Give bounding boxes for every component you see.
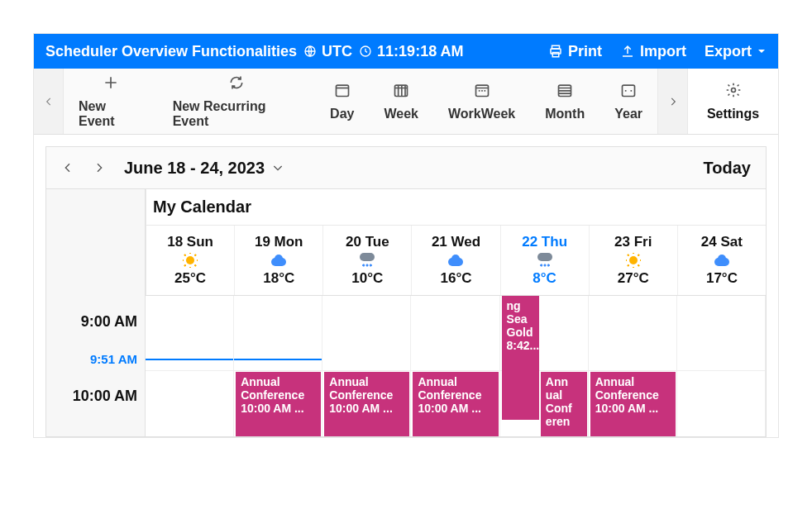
event-annual-conference[interactable]: Annual Conference10:00 AM ...: [413, 372, 498, 436]
toolbar-scroll-right[interactable]: [657, 69, 687, 134]
day-header-label: 19 Mon: [255, 234, 303, 250]
toolbar: New Event New Recurring Event Day Week W…: [34, 69, 778, 135]
date-range-bar: June 18 - 24, 2023 Today: [45, 146, 767, 189]
prev-range-button[interactable]: [61, 161, 74, 174]
day-temperature: 10°C: [351, 270, 383, 287]
calendar-body[interactable]: Annual Conference10:00 AM ...Annual Conf…: [146, 295, 766, 436]
event-annual-conference[interactable]: Annual Conference10:00 AM ...: [324, 372, 409, 436]
day-header-label: 21 Wed: [432, 234, 480, 250]
current-time-label: 9:51 AM: [46, 352, 146, 366]
globe-icon: [303, 45, 317, 58]
day-header-label: 23 Fri: [614, 234, 652, 250]
day-header[interactable]: 24 Sat17°C: [678, 226, 766, 295]
calendar-title: My Calendar: [146, 189, 766, 226]
header-bar: Scheduler Overview Functionalities UTC 1…: [34, 34, 778, 69]
event-annual-conference[interactable]: AnnualConferen: [541, 372, 587, 436]
day-header[interactable]: 22 Thu8°C: [501, 226, 590, 295]
import-button[interactable]: Import: [620, 43, 686, 60]
view-week-button[interactable]: Week: [369, 69, 433, 134]
svg-rect-9: [623, 85, 635, 96]
new-event-button[interactable]: New Event: [64, 69, 158, 134]
rain-icon: [536, 252, 554, 269]
upload-icon: [620, 44, 635, 59]
date-range-dropdown[interactable]: [271, 161, 284, 174]
print-icon: [548, 44, 563, 59]
day-column[interactable]: [146, 296, 234, 436]
plus-icon: [103, 74, 119, 91]
new-recurring-button[interactable]: New Recurring Event: [158, 69, 315, 134]
day-headers-row: 18 Sun25°C19 Mon18°C20 Tue10°C21 Wed16°C…: [146, 226, 766, 295]
calendar-month-icon: [556, 82, 573, 98]
day-header-label: 18 Sun: [167, 234, 213, 250]
calendar-year-icon: [620, 82, 637, 98]
cloud-icon: [447, 252, 465, 269]
date-range-label[interactable]: June 18 - 24, 2023: [124, 159, 265, 178]
cloud-icon: [270, 252, 288, 269]
svg-point-10: [731, 88, 735, 92]
export-button[interactable]: Export: [705, 43, 767, 60]
day-temperature: 8°C: [533, 270, 556, 287]
toolbar-scroll-left[interactable]: [34, 69, 64, 134]
day-header[interactable]: 20 Tue10°C: [323, 226, 412, 295]
svg-rect-5: [336, 85, 348, 96]
settings-button[interactable]: Settings: [687, 69, 778, 134]
next-range-button[interactable]: [93, 161, 106, 174]
rain-icon: [358, 252, 376, 269]
day-temperature: 18°C: [263, 270, 294, 287]
timezone-group[interactable]: UTC: [303, 43, 352, 60]
sun-icon: [626, 252, 641, 269]
day-header-label: 24 Sat: [701, 234, 743, 250]
day-temperature: 25°C: [174, 270, 206, 287]
day-temperature: 27°C: [618, 270, 649, 287]
calendar-grid: My Calendar 18 Sun25°C19 Mon18°C20 Tue10…: [45, 189, 767, 437]
event-annual-conference[interactable]: Annual Conference10:00 AM ...: [590, 372, 676, 436]
recurring-icon: [228, 74, 245, 91]
chevron-left-icon: [43, 96, 55, 107]
clock-icon: [359, 45, 372, 58]
day-header-label: 22 Thu: [522, 234, 567, 250]
view-year-button[interactable]: Year: [599, 69, 657, 134]
sun-icon: [183, 252, 198, 269]
day-header[interactable]: 21 Wed16°C: [412, 226, 500, 295]
time-label-10am: 10:00 AM: [46, 388, 146, 405]
chevron-right-icon: [667, 96, 679, 107]
cloud-icon: [713, 252, 731, 269]
view-workweek-button[interactable]: WorkWeek: [433, 69, 530, 134]
chevron-down-icon: [271, 161, 284, 174]
time-label-9am: 9:00 AM: [46, 313, 146, 331]
caret-down-icon: [757, 46, 767, 56]
gear-icon: [725, 82, 742, 98]
day-header-label: 20 Tue: [346, 234, 389, 250]
app-title: Scheduler Overview Functionalities: [45, 43, 297, 60]
day-column[interactable]: [677, 296, 766, 436]
chevron-left-icon: [61, 161, 74, 174]
view-day-button[interactable]: Day: [315, 69, 369, 134]
day-header[interactable]: 23 Fri27°C: [590, 226, 678, 295]
day-temperature: 16°C: [441, 270, 472, 287]
calendar-workweek-icon: [474, 82, 490, 98]
day-header[interactable]: 18 Sun25°C: [146, 226, 235, 295]
view-month-button[interactable]: Month: [530, 69, 599, 134]
calendar-week-icon: [393, 82, 409, 98]
event-annual-conference[interactable]: Annual Conference10:00 AM ...: [236, 372, 321, 436]
day-header[interactable]: 19 Mon18°C: [235, 226, 323, 295]
print-button[interactable]: Print: [548, 43, 602, 60]
event-bering-sea-gold[interactable]: ngSeaGold8:42...: [502, 296, 539, 420]
day-temperature: 17°C: [706, 270, 738, 287]
timezone-label: UTC: [322, 43, 352, 60]
clock-time: 11:19:18 AM: [377, 43, 463, 60]
today-button[interactable]: Today: [704, 159, 751, 178]
chevron-right-icon: [93, 161, 106, 174]
clock-group: 11:19:18 AM: [359, 43, 463, 60]
calendar-day-icon: [334, 82, 351, 98]
